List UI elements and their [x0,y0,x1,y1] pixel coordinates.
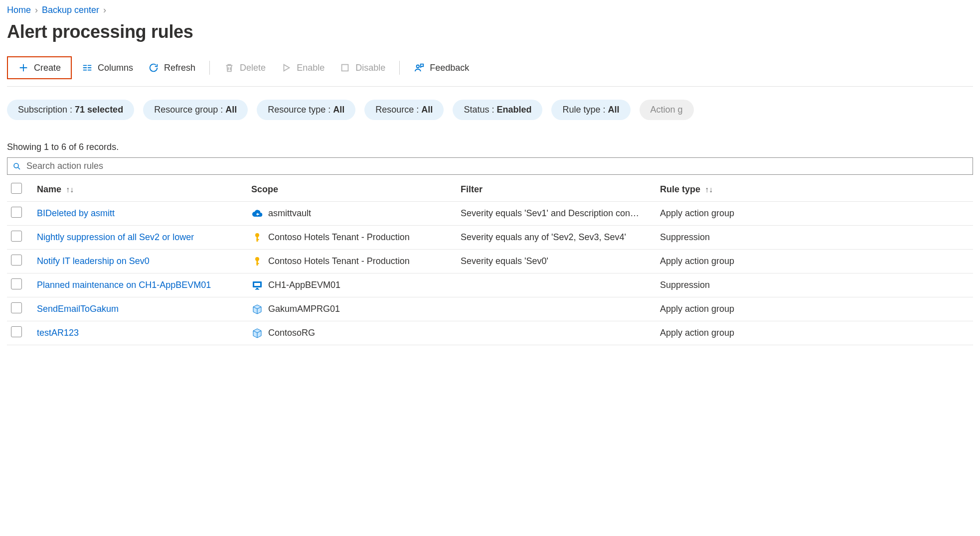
sort-icon: ↑↓ [705,185,713,194]
create-label: Create [34,63,61,73]
table-row: Planned maintenance on CH1-AppBEVM01CH1-… [7,273,973,297]
rule-name-link[interactable]: Nightly suppression of all Sev2 or lower [37,232,194,242]
table-row: Nightly suppression of all Sev2 or lower… [7,226,973,250]
row-checkbox[interactable] [11,326,22,337]
rule-type-text: Suppression [656,273,973,297]
rule-type-text: Suppression [656,226,973,250]
svg-point-1 [417,65,420,68]
row-checkbox[interactable] [11,278,22,289]
table-row: BIDeleted by asmittasmittvaultSeverity e… [7,202,973,226]
breadcrumb-home[interactable]: Home [7,5,31,15]
toolbar-divider [209,61,210,75]
scope-cell: CH1-AppBEVM01 [251,279,453,291]
chevron-right-icon: › [35,5,38,15]
disable-label: Disable [355,63,385,73]
pill-label: Resource : [375,105,421,115]
svg-point-2 [14,163,18,168]
refresh-button[interactable]: Refresh [143,59,200,76]
search-box[interactable] [7,157,973,175]
select-all-checkbox[interactable] [11,183,22,194]
col-filter[interactable]: Filter [457,178,656,202]
filter-text: Severity equals any of 'Sev2, Sev3, Sev4… [457,226,656,250]
rules-table: Name ↑↓ Scope Filter Rule type ↑↓ BIDele… [7,178,973,345]
filter-status[interactable]: Status : Enabled [453,100,542,120]
pill-label: Resource group : [154,105,225,115]
chevron-right-icon: › [103,5,106,15]
rule-name-link[interactable]: testAR123 [37,328,79,338]
trash-icon [224,62,235,73]
row-checkbox[interactable] [11,207,22,218]
scope-text: ContosoRG [268,328,315,338]
filter-text [457,273,656,297]
pill-value: Enabled [496,105,531,115]
search-icon [12,162,21,171]
page-title: Alert processing rules [7,21,973,42]
rule-name-link[interactable]: BIDeleted by asmitt [37,208,115,218]
rule-name-link[interactable]: SendEmailToGakum [37,304,119,314]
toolbar: Create Columns Refresh Delete Enable Dis… [7,56,973,87]
rule-type-text: Apply action group [656,202,973,226]
table-row: SendEmailToGakumGakumAMPRG01Apply action… [7,297,973,321]
refresh-icon [148,62,159,73]
table-header-row: Name ↑↓ Scope Filter Rule type ↑↓ [7,178,973,202]
columns-label: Columns [98,63,133,73]
rule-name-link[interactable]: Planned maintenance on CH1-AppBEVM01 [37,280,211,290]
svg-rect-0 [342,65,348,71]
scope-cell: ContosoRG [251,327,453,339]
filter-text: Severity equals 'Sev1' and Description c… [457,202,656,226]
pill-label: Resource type : [268,105,333,115]
row-checkbox[interactable] [11,302,22,313]
breadcrumb-backup-center[interactable]: Backup center [42,5,99,15]
table-row: testAR123ContosoRGApply action group [7,321,973,345]
col-name[interactable]: Name ↑↓ [33,178,247,202]
pill-value: 71 selected [75,105,123,115]
scope-cell: Contoso Hotels Tenant - Production [251,256,453,268]
square-icon [339,62,350,73]
scope-text: CH1-AppBEVM01 [268,280,340,290]
monitor-icon [251,279,263,291]
enable-label: Enable [297,63,325,73]
row-checkbox[interactable] [11,255,22,266]
filter-subscription[interactable]: Subscription : 71 selected [7,100,134,120]
pill-value: All [608,105,619,115]
rule-type-text: Apply action group [656,250,973,273]
cloud-icon [251,208,263,220]
rule-name-link[interactable]: Notify IT leadership on Sev0 [37,256,150,266]
filter-resource-type[interactable]: Resource type : All [257,100,355,120]
cube-icon [251,327,263,339]
col-rule-label: Rule type [660,184,700,194]
rule-type-text: Apply action group [656,297,973,321]
cube-icon [251,303,263,315]
toolbar-divider [399,61,400,75]
pill-label: Rule type : [562,105,608,115]
rule-type-text: Apply action group [656,321,973,345]
col-rule-type[interactable]: Rule type ↑↓ [656,178,973,202]
filter-pills: Subscription : 71 selected Resource grou… [7,100,973,120]
scope-text: GakumAMPRG01 [268,304,340,314]
highlight-create: Create [7,56,72,79]
col-name-label: Name [37,184,61,194]
filter-text [457,321,656,345]
enable-button: Enable [276,59,329,76]
filter-resource-group[interactable]: Resource group : All [143,100,248,120]
pill-label: Action g [651,105,683,115]
row-checkbox[interactable] [11,231,22,242]
create-button[interactable]: Create [13,59,66,76]
search-input[interactable] [26,161,968,171]
pill-label: Status : [464,105,496,115]
records-count: Showing 1 to 6 of 6 records. [7,142,973,152]
filter-text: Severity equals 'Sev0' [457,250,656,273]
columns-button[interactable]: Columns [77,59,138,76]
breadcrumb: Home › Backup center › [7,5,973,15]
pill-label: Subscription : [18,105,75,115]
delete-label: Delete [240,63,266,73]
col-scope[interactable]: Scope [247,178,457,202]
feedback-button[interactable]: Feedback [409,59,474,76]
plus-icon [18,62,29,73]
filter-action-group[interactable]: Action g [640,100,694,120]
scope-text: Contoso Hotels Tenant - Production [268,256,410,267]
pill-value: All [333,105,344,115]
filter-rule-type[interactable]: Rule type : All [551,100,630,120]
filter-resource[interactable]: Resource : All [364,100,444,120]
key-icon [251,256,263,268]
